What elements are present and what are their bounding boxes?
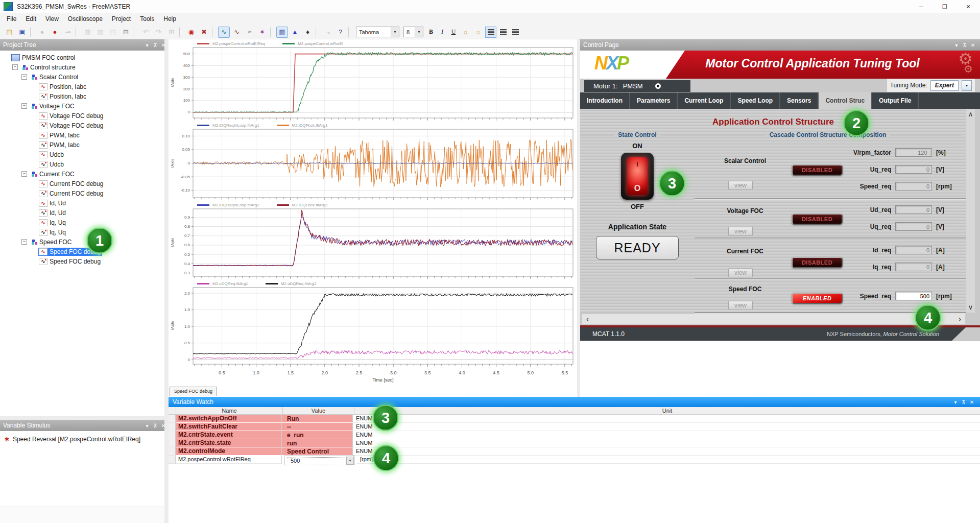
pin-icon[interactable]: ⊼ (961, 42, 969, 48)
insert-symbol-icon[interactable]: ☼ (460, 27, 471, 38)
field-input[interactable]: 0 ↑↓ (895, 222, 932, 231)
section-status-button[interactable]: ENABLED (792, 293, 843, 304)
scroll-up-icon[interactable]: ∧ (968, 110, 973, 118)
menu-item[interactable]: Tools (135, 13, 159, 25)
vertical-splitter[interactable] (164, 39, 169, 523)
on-off-switch[interactable]: I O (621, 153, 654, 200)
field-input[interactable]: 0 ↑↓ (895, 246, 932, 254)
pin-icon[interactable]: ⊼ (151, 42, 159, 48)
table-row[interactable]: M2.pospeControl.wRotElReq 500 ▾ [rpm] (169, 456, 980, 464)
tree-item[interactable]: ∿ Position, Iabc (0, 91, 164, 101)
tree-expander-icon[interactable]: − (12, 64, 18, 70)
tree-expander-icon[interactable]: − (21, 239, 27, 245)
close-icon[interactable]: ✕ (969, 42, 977, 48)
tree-item[interactable]: ∿ Voltage FOC debug (0, 111, 164, 121)
tab[interactable]: Introduction (580, 92, 630, 109)
close-icon[interactable]: ✕ (968, 399, 976, 405)
scope-settings-icon[interactable]: ≈ (244, 27, 255, 38)
chart-subplot-3[interactable]: M2.iDQReqInLoop.fltArg2M2.iDQFbck.fltArg… (169, 202, 577, 280)
scroll-right-icon[interactable]: › (959, 315, 961, 324)
table-row[interactable]: M2.controlMode Speed Control ▾ ENUM (169, 447, 980, 456)
table-row[interactable]: M2.switchAppOnOff Run ▾ ENUM (169, 415, 980, 423)
tab[interactable]: Control Struc (819, 92, 872, 109)
go-icon[interactable]: ● (36, 27, 48, 38)
tab[interactable]: Output File (872, 92, 919, 109)
oscilloscope-charts[interactable]: M2.pospeControl.wRotElReqM2.pospeControl… (169, 40, 577, 386)
chart-subplot-2[interactable]: M2.iDQReqInLoop.fltArg1M2.iDQFbck.fltArg… (169, 122, 577, 202)
tree-item[interactable]: ∿ Speed FOC debug (0, 256, 164, 266)
variable-value-cell[interactable]: Speed Control ▾ (282, 447, 353, 456)
section-status-button[interactable]: DISABLED (792, 213, 843, 225)
menu-item[interactable]: View (41, 13, 63, 25)
tree-expander-icon[interactable]: − (21, 171, 27, 177)
align-left-button[interactable] (485, 27, 496, 38)
horizontal-scrollbar[interactable]: ‹ › (582, 314, 965, 324)
target-board-icon[interactable]: ▦ (82, 27, 93, 38)
section-status-button[interactable]: DISABLED (792, 164, 843, 176)
tree-item[interactable]: ∿ Iq, Uq (0, 227, 164, 237)
chevron-down-icon[interactable]: ▾ (415, 27, 423, 37)
view-button[interactable]: view (728, 227, 753, 236)
tree-item[interactable]: ∿ Udcb (0, 159, 164, 169)
tree-item[interactable]: − Voltage FOC (0, 101, 164, 111)
tree-item[interactable]: ∿ Id, Ud (0, 198, 164, 208)
column-header-name[interactable]: Name (176, 407, 283, 414)
tree-item[interactable]: ∿ PWM, Iabc (0, 140, 164, 150)
tree-item[interactable]: ∿ Voltage FOC debug (0, 121, 164, 130)
redo-icon[interactable]: ↷ (153, 27, 164, 38)
underline-button[interactable]: U (448, 27, 459, 37)
chart-subplot-4[interactable]: M2.uDQReq.fltArg1M2.uDQReq.fltArg22.01.5… (169, 280, 577, 368)
tab[interactable]: Sensors (780, 92, 819, 109)
tree-item[interactable]: ∿ Current FOC debug (0, 188, 164, 198)
pin-up-icon[interactable]: ▲ (289, 27, 301, 38)
view-button[interactable]: view (728, 181, 753, 190)
help-icon[interactable]: ? (334, 27, 346, 38)
chevron-down-icon[interactable]: ▾ (143, 42, 151, 48)
tree-item[interactable]: ∿ PWM, Iabc (0, 130, 164, 140)
variable-value-cell[interactable]: e_run ▾ (282, 431, 353, 439)
scroll-left-icon[interactable]: ‹ (586, 315, 589, 324)
field-input[interactable]: 500 ↑↓ (895, 292, 932, 300)
menu-item[interactable]: Edit (21, 13, 41, 25)
field-input[interactable]: 120 ↑↓ (895, 148, 932, 157)
app-commands-icon[interactable]: ♦ (302, 27, 314, 38)
chevron-down-icon[interactable]: ▾ (952, 42, 961, 48)
tree-item[interactable]: ∿ Speed FOC debug (0, 247, 164, 256)
vertical-scrollbar[interactable]: ∧ ∨ (966, 109, 975, 313)
view-button[interactable]: view (728, 301, 753, 310)
copy-icon[interactable]: ▥ (94, 27, 106, 38)
save-project-icon[interactable]: ▣ (16, 27, 28, 38)
panel-splitter[interactable] (0, 416, 164, 420)
tab[interactable]: Parameters (630, 92, 678, 109)
insert-symbol2-icon[interactable]: ☼ (472, 27, 484, 38)
font-size-select[interactable]: 8 ▾ (403, 27, 423, 37)
list-item[interactable]: ∗ Speed Reversal [M2.pospeControl.wRotEl… (0, 435, 164, 443)
scroll-down-icon[interactable]: ∨ (968, 303, 973, 311)
variable-watch-grid-icon[interactable]: ▦ (276, 27, 288, 38)
tuning-mode-value[interactable]: Expert (930, 80, 959, 91)
menu-item[interactable]: Oscilloscope (63, 13, 107, 25)
menu-item[interactable]: Help (159, 13, 181, 25)
chevron-down-icon[interactable]: ▾ (143, 423, 151, 429)
new-rec-icon[interactable]: ∿ (231, 27, 243, 38)
pin-icon[interactable]: ⊼ (151, 423, 159, 429)
print-icon[interactable]: ⊟ (120, 27, 132, 38)
undo-icon[interactable]: ↶ (140, 27, 152, 38)
write-variable-icon[interactable]: ◉ (185, 27, 197, 38)
field-input[interactable]: 0 ↑↓ (895, 165, 932, 174)
chevron-down-icon[interactable]: ▾ (951, 399, 960, 405)
tree-item[interactable]: ∿ Iq, Uq (0, 218, 164, 227)
close-button[interactable]: ✕ (957, 0, 980, 13)
tab[interactable]: Current Loop (678, 92, 731, 109)
clear-variable-icon[interactable]: ✖ (198, 27, 210, 38)
column-header-unit[interactable]: Unit (354, 407, 980, 414)
tab[interactable]: Speed Loop (731, 92, 780, 109)
open-project-icon[interactable]: ▤ (4, 27, 15, 38)
tree-item[interactable]: − Control structure (0, 62, 164, 72)
tree-item[interactable]: ∿ Position, Iabc (0, 82, 164, 91)
pin-icon[interactable]: ⊼ (960, 399, 968, 405)
table-row[interactable]: M2.switchFaultClear -- ▾ ENUM (169, 423, 980, 431)
section-status-button[interactable]: DISABLED (792, 257, 843, 268)
tree-item[interactable]: − Speed FOC (0, 237, 164, 247)
table-row[interactable]: M2.cntrState.event e_run ▾ ENUM (169, 431, 980, 439)
